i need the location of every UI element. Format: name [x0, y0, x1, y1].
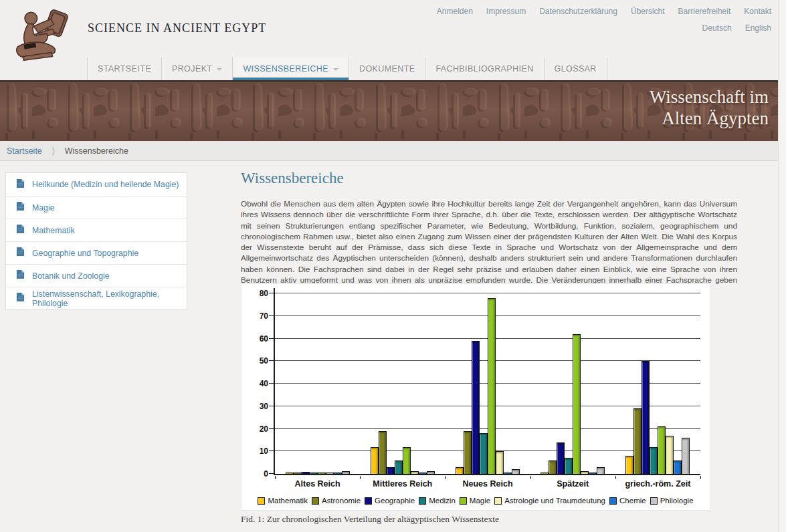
bar-medizin: [650, 447, 658, 475]
site-logo[interactable]: [9, 4, 75, 71]
legend-item: Medizin: [419, 497, 456, 505]
nav-item-label: PROJEKT: [172, 64, 212, 74]
sidebar-item-2[interactable]: Mathematik: [6, 219, 187, 241]
utility-link-5[interactable]: Kontakt: [744, 7, 771, 16]
sidebar-menu: Heilkunde (Medizin und heilende Magie)Ma…: [5, 172, 187, 310]
bar-astrologie-und-traumdeutung: [411, 471, 419, 474]
bar-chemie: [589, 473, 597, 474]
bar-astrologie-und-traumdeutung: [326, 473, 334, 474]
bar-chart: 01020304050607080 Altes ReichMittleres R…: [241, 283, 710, 511]
y-axis-tick: [269, 338, 274, 339]
bar-chemie: [504, 473, 512, 474]
legend-swatch: [650, 497, 658, 505]
page-header: AnmeldenImpressumDatenschutzerklärungÜbe…: [0, 0, 786, 80]
y-axis-tick-label: 10: [244, 446, 268, 456]
legend-label: Philologie: [660, 497, 694, 505]
utility-link-3[interactable]: Übersicht: [631, 7, 665, 16]
bar-magie: [403, 447, 411, 475]
legend-item: Philologie: [650, 497, 694, 505]
nav-item-label: GLOSSAR: [555, 64, 597, 74]
nav-item-label: WISSENSBEREICHE: [243, 64, 328, 74]
utility-link-1[interactable]: Impressum: [486, 7, 526, 16]
legend-item: Magie: [460, 497, 490, 505]
breadcrumb-current: Wissensbereiche: [65, 146, 128, 156]
y-axis-tick: [269, 360, 274, 361]
document-icon: [16, 269, 25, 282]
language-link-0[interactable]: Deutsch: [702, 23, 732, 33]
bar-geographie: [642, 361, 650, 474]
bar-chemie: [419, 473, 427, 474]
bar-astrologie-und-traumdeutung: [666, 436, 674, 474]
utility-link-2[interactable]: Datenschutzerklärung: [539, 7, 617, 16]
nav-item-startseite[interactable]: STARTSEITE: [87, 57, 161, 80]
breadcrumb: Startseite ⟩ Wissensbereiche: [0, 141, 778, 161]
bar-magie: [488, 298, 496, 474]
legend-item: Astronomie: [312, 497, 361, 505]
document-icon: [16, 292, 25, 305]
breadcrumb-separator-icon: ⟩: [52, 145, 56, 157]
bar-philologie: [427, 471, 435, 474]
site-title: SCIENCE IN ANCIENT EGYPT: [88, 21, 266, 35]
sidebar-item-label: Botanik und Zoologie: [32, 271, 110, 281]
legend-label: Geographie: [375, 497, 415, 505]
chevron-down-icon: [217, 68, 222, 71]
x-axis-category-label: Spätzeit: [530, 479, 615, 489]
bar-mathematik: [625, 456, 633, 474]
legend-item: Mathematik: [258, 497, 307, 505]
bar-magie: [573, 334, 581, 474]
nav-item-glossar[interactable]: GLOSSAR: [544, 57, 607, 80]
y-axis-tick-label: 30: [244, 402, 268, 411]
nav-item-wissensbereiche[interactable]: WISSENSBEREICHE: [232, 57, 349, 80]
bar-geographie: [557, 442, 565, 474]
chart-plot: 01020304050607080: [275, 293, 700, 474]
bar-group-4: [615, 293, 700, 474]
y-axis-tick: [269, 383, 274, 384]
banner-title-line1: Wissenschaft im: [650, 86, 769, 108]
nav-item-fachbibliographien[interactable]: FACHBIBLIOGRAPHIEN: [425, 57, 543, 80]
bar-medizin: [480, 433, 488, 474]
bar-mathematik: [541, 473, 549, 474]
sidebar-item-label: Geographie und Topographie: [32, 249, 138, 258]
bar-mathematik: [286, 473, 294, 474]
y-axis-tick-label: 40: [244, 379, 268, 388]
main-nav: STARTSEITEPROJEKTWISSENSBEREICHEDOKUMENT…: [87, 57, 607, 80]
breadcrumb-home-link[interactable]: Startseite: [7, 146, 42, 156]
legend-swatch: [258, 497, 265, 505]
nav-item-projekt[interactable]: PROJEKT: [161, 57, 232, 80]
bar-geographie: [472, 341, 480, 474]
sidebar-item-3[interactable]: Geographie und Topographie: [6, 241, 187, 264]
x-axis-tick: [700, 476, 701, 479]
sidebar-item-4[interactable]: Botanik und Zoologie: [6, 264, 187, 287]
utility-link-4[interactable]: Barrierefreiheit: [678, 7, 731, 16]
document-icon: [16, 247, 25, 259]
language-link-1[interactable]: English: [745, 23, 771, 33]
utility-link-0[interactable]: Anmelden: [437, 7, 473, 16]
scrollbar[interactable]: [778, 0, 786, 532]
bar-astronomie: [549, 460, 557, 474]
page-title: Wissensbereiche: [241, 170, 344, 187]
bar-medizin: [395, 460, 403, 474]
nav-item-dokumente[interactable]: DOKUMENTE: [349, 57, 425, 80]
y-axis-tick-label: 50: [244, 356, 268, 366]
x-axis-category-label: Altes Reich: [275, 479, 360, 489]
chart-bar-groups: [275, 293, 700, 474]
y-axis-tick: [269, 428, 274, 429]
nav-item-label: STARTSEITE: [98, 64, 151, 74]
legend-item: Astrologie und Traumdeutung: [494, 497, 605, 505]
bar-group-1: [360, 293, 445, 474]
nav-item-label: DOKUMENTE: [359, 64, 415, 74]
legend-swatch: [609, 497, 617, 505]
sidebar-item-5[interactable]: Listenwissenschaft, Lexikographie, Philo…: [6, 287, 187, 309]
legend-label: Magie: [470, 497, 490, 505]
y-axis-tick-label: 20: [244, 424, 268, 434]
bar-medizin: [565, 458, 573, 474]
y-axis-tick: [269, 450, 274, 451]
bar-astronomie: [464, 431, 472, 474]
sidebar-item-label: Magie: [32, 203, 55, 213]
sidebar-item-1[interactable]: Magie: [6, 196, 187, 219]
y-axis-tick: [269, 406, 274, 406]
bar-group-0: [275, 293, 360, 474]
sidebar-item-label: Listenwissenschaft, Lexikographie, Philo…: [32, 289, 187, 308]
utility-nav: AnmeldenImpressumDatenschutzerklärungÜbe…: [437, 7, 771, 16]
sidebar-item-0[interactable]: Heilkunde (Medizin und heilende Magie): [6, 173, 187, 196]
